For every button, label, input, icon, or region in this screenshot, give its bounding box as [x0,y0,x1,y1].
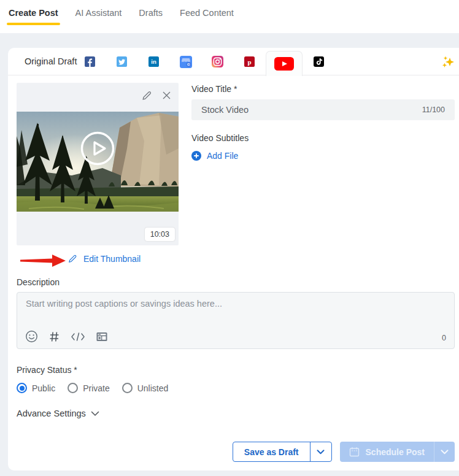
video-fields-column: Video Title * 11/100 Video Subtitles Add… [191,83,455,267]
save-as-draft-split-button: Save as Draft [233,442,332,462]
tab-label: Feed Content [180,8,234,18]
twitter-icon[interactable] [117,56,127,67]
svg-text:in: in [151,58,156,65]
video-subtitles-label: Video Subtitles [191,133,455,143]
privacy-options: Public Private Unlisted [17,383,455,393]
tiktok-icon[interactable] [314,56,324,67]
ai-sparkle-icon[interactable] [441,55,455,69]
schedule-post-split-button: Schedule Post [340,442,455,462]
video-preview-panel: 10:03 [17,83,179,245]
video-title-field: 11/100 [191,99,455,120]
description-label: Description [17,277,455,287]
description-textarea[interactable] [17,293,454,327]
tab-ai-assistant[interactable]: AI Assistant [75,8,122,25]
privacy-block: Privacy Status * Public Private Unlisted [17,365,455,393]
tab-drafts[interactable]: Drafts [139,8,163,25]
privacy-status-label: Privacy Status * [17,365,455,375]
video-title-counter: 11/100 [422,106,445,114]
description-toolbar [25,330,108,343]
radio-private[interactable]: Private [68,383,110,393]
video-preview-column: 10:03 Edit Thumbnail [17,83,179,267]
advance-settings-toggle[interactable]: Advance Settings [17,409,99,418]
schedule-post-button[interactable]: Schedule Post [340,442,434,462]
play-button[interactable] [79,130,116,169]
radio-label: Public [32,383,55,393]
tab-feed-content[interactable]: Feed Content [180,8,234,25]
google-business-icon[interactable]: G [180,56,192,68]
youtube-icon [274,57,294,71]
platform-tabs: in G [85,48,324,75]
radio-public[interactable]: Public [17,383,55,393]
radio-circle [17,383,27,393]
pencil-icon [68,253,78,264]
description-char-count: 0 [442,334,446,342]
save-as-draft-button[interactable]: Save as Draft [233,442,310,461]
chevron-down-icon [441,450,449,455]
tab-label: AI Assistant [75,8,122,18]
composer-header: Original Draft in G [8,48,459,75]
save-as-draft-label: Save as Draft [244,447,299,457]
advance-settings-label: Advance Settings [17,409,86,418]
chevron-down-icon [317,450,325,455]
facebook-icon[interactable] [85,56,95,67]
description-block: Description [17,277,455,349]
add-file-label: Add File [207,151,238,161]
composer-footer: Save as Draft Schedule Post [233,442,455,462]
svg-text:G: G [187,63,190,66]
schedule-post-caret[interactable] [434,442,455,462]
remove-media-icon[interactable] [161,90,172,101]
red-arrow-annotation [20,254,66,267]
linkedin-icon[interactable]: in [148,56,159,67]
tab-create-post[interactable]: Create Post [9,8,58,25]
plus-circle-icon [191,151,201,161]
schedule-post-label: Schedule Post [366,447,425,457]
edit-thumbnail-button[interactable]: Edit Thumbnail [68,253,141,264]
svg-text:p: p [248,58,252,66]
video-title-input[interactable] [201,105,422,115]
post-composer-card: Original Draft in G [8,48,459,470]
pinterest-icon[interactable]: p [244,56,255,67]
code-icon[interactable] [71,331,85,342]
description-editor: 0 [17,292,455,349]
active-tab-underline [7,23,60,25]
template-icon[interactable] [96,331,108,342]
video-title-label: Video Title * [191,84,455,94]
video-duration-badge: 10:03 [145,228,175,241]
hashtag-icon[interactable] [48,331,60,343]
save-as-draft-caret[interactable] [310,442,331,461]
emoji-icon[interactable] [25,330,38,343]
tab-label: Drafts [139,8,163,18]
calendar-icon [349,447,360,457]
composer-body: 10:03 Edit Thumbnail Vi [8,75,459,419]
edit-thumbnail-row: Edit Thumbnail [17,253,179,267]
radio-label: Private [83,383,110,393]
instagram-icon[interactable] [212,56,223,67]
radio-unlisted[interactable]: Unlisted [122,383,169,393]
chevron-down-icon [91,411,99,416]
radio-circle [122,383,133,393]
add-file-button[interactable]: Add File [191,151,238,161]
radio-label: Unlisted [137,383,169,393]
edit-thumbnail-label: Edit Thumbnail [83,254,141,264]
top-tab-bar: Create Post AI Assistant Drafts Feed Con… [0,0,459,33]
tab-label: Create Post [9,8,58,18]
media-actions [141,90,172,101]
edit-media-icon[interactable] [141,90,153,101]
youtube-tab-active[interactable] [266,51,303,76]
variant-label: Original Draft [25,56,77,66]
radio-circle [68,383,78,393]
